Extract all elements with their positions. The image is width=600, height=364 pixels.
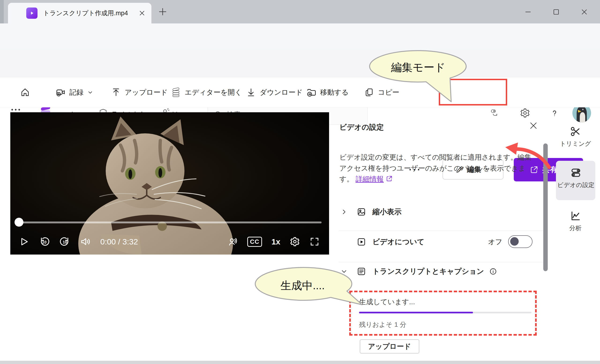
panel-divider <box>339 231 546 231</box>
clipchamp-icon <box>171 87 181 97</box>
skip-forward-10-icon[interactable]: 10 <box>59 236 70 247</box>
rail-trim-label: トリミング <box>560 140 591 148</box>
command-bar: 記録 アップロード エディターを開く ダウンロード <box>0 77 600 107</box>
window-maximize-icon[interactable] <box>552 8 560 16</box>
open-editor-label: エディターを開く <box>185 88 242 97</box>
upload-icon <box>111 87 121 97</box>
download-button[interactable]: ダウンロード <box>246 77 303 107</box>
video-settings-icon <box>570 167 582 179</box>
annotation-dotted-box-generating <box>349 291 537 336</box>
window-minimize-icon[interactable] <box>524 8 532 16</box>
home-icon <box>20 87 30 97</box>
tab-close-icon[interactable] <box>139 10 145 16</box>
settings-sliders-icon[interactable] <box>490 108 500 118</box>
stream-home-button[interactable] <box>20 77 30 107</box>
fullscreen-icon[interactable] <box>309 236 320 247</box>
toggle-knob <box>510 237 519 246</box>
camera-record-icon <box>56 87 66 97</box>
download-label: ダウンロード <box>260 88 303 97</box>
thumbnail-section-row[interactable]: 縮小表示 <box>339 204 546 219</box>
move-label: 移動する <box>320 88 348 97</box>
record-button[interactable]: 記録 <box>56 77 93 107</box>
help-icon[interactable] <box>550 108 559 118</box>
time-display: 0:00 / 3:32 <box>100 237 138 246</box>
analytics-chart-icon <box>570 210 581 222</box>
chevron-right-icon[interactable] <box>341 208 347 215</box>
annotation-red-arrow <box>503 140 554 171</box>
player-settings-icon[interactable] <box>290 236 300 247</box>
browser-window: トランスクリプト作成用.mp4 <box>0 0 600 364</box>
folder-move-icon <box>307 87 316 97</box>
upload-label: アップロード <box>125 88 168 97</box>
upload-transcript-label: アップロード <box>368 342 411 351</box>
thumbnail-image-icon <box>356 207 366 217</box>
move-button[interactable]: 移動する <box>307 77 348 107</box>
transcript-row-label: トランスクリプトとキャプション <box>372 267 484 276</box>
panel-close-icon[interactable] <box>529 121 538 130</box>
external-link-icon[interactable] <box>385 175 393 182</box>
video-file-icon <box>26 8 38 19</box>
browser-tab-bar: トランスクリプト作成用.mp4 <box>0 0 600 23</box>
rail-video-settings-label: ビデオの設定 <box>557 181 594 189</box>
window-edge <box>0 0 4 23</box>
record-label: 記録 <box>69 88 84 97</box>
playback-speed[interactable]: 1x <box>272 237 280 246</box>
info-icon[interactable] <box>489 267 497 275</box>
rail-item-trim[interactable]: トリミング <box>555 126 595 148</box>
open-editor-button[interactable]: エディターを開く <box>171 77 242 107</box>
scissors-icon <box>570 126 581 137</box>
about-toggle-state: オフ <box>488 237 502 247</box>
chevron-down-icon <box>87 89 93 95</box>
callout-edit-mode-text: 編集モード <box>368 60 468 75</box>
callout-generating-text: 生成中.... <box>254 279 351 293</box>
panel-title: ビデオの設定 <box>339 122 384 132</box>
tab-title: トランスクリプト作成用.mp4 <box>43 3 132 23</box>
callout-generating: 生成中.... <box>254 267 365 309</box>
gear-icon[interactable] <box>520 108 530 118</box>
thumbnail-row-label: 縮小表示 <box>372 207 402 217</box>
panel-divider <box>339 262 546 262</box>
window-bottom-edge <box>0 361 600 364</box>
rail-item-analytics[interactable]: 分析 <box>555 210 595 232</box>
upload-button[interactable]: アップロード <box>111 77 168 107</box>
about-toggle[interactable] <box>508 235 533 248</box>
player-controls: 10 10 0:00 / 3:32 CC 1x <box>10 229 329 254</box>
skip-back-10-icon[interactable]: 10 <box>39 236 50 247</box>
callout-edit-mode: 編集モード <box>368 50 468 105</box>
rail-video-settings-content[interactable]: ビデオの設定 <box>556 167 596 189</box>
upload-transcript-button[interactable]: アップロード <box>360 339 419 354</box>
about-video-icon <box>356 237 366 247</box>
active-tab[interactable]: トランスクリプト作成用.mp4 <box>8 3 151 23</box>
stream-app-header: ト... ラベルなし <box>0 50 600 77</box>
volume-icon[interactable] <box>80 236 91 247</box>
window-close-icon[interactable] <box>580 8 588 16</box>
download-icon <box>246 87 256 97</box>
transcript-section-row[interactable]: トランスクリプトとキャプション <box>339 264 546 279</box>
browser-toolbar: https://meijigakuinac.sharepoint.com/sit… <box>0 23 600 50</box>
video-player[interactable]: 10 10 0:00 / 3:32 CC 1x <box>10 112 329 254</box>
seek-knob[interactable] <box>15 218 23 227</box>
about-row-label: ビデオについて <box>372 237 424 247</box>
audio-people-icon[interactable] <box>228 236 238 247</box>
seek-bar[interactable] <box>18 222 322 223</box>
rail-analytics-label: 分析 <box>569 224 581 232</box>
learn-more-link[interactable]: 詳細情報 <box>356 175 384 183</box>
new-tab-icon[interactable] <box>159 8 167 16</box>
play-icon[interactable] <box>19 236 29 247</box>
captions-icon[interactable]: CC <box>247 237 262 247</box>
